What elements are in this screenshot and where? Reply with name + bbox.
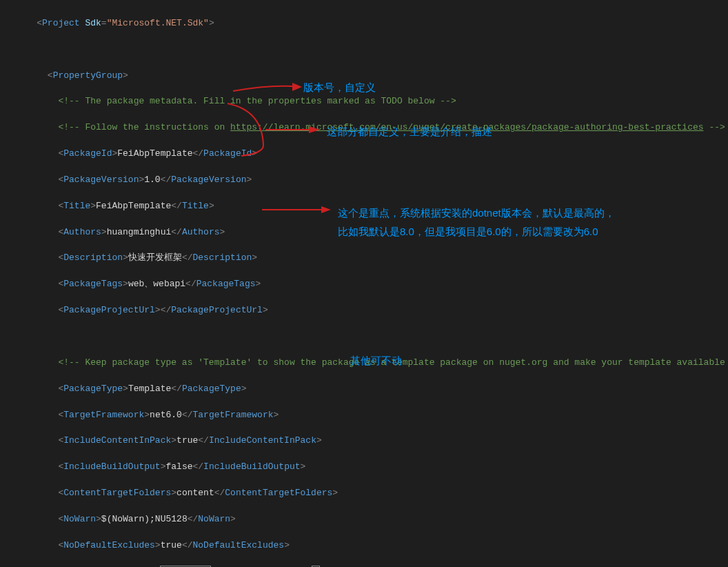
val-ctf: content [176, 488, 214, 498]
val-incbuild: false [165, 461, 192, 472]
val-packageid: FeiAbpTemplate [117, 148, 192, 159]
val-packagetype: Template [128, 384, 171, 394]
val-packageversion: 1.0 [144, 175, 160, 185]
code-editor[interactable]: <Project Sdk="Microsoft.NET.Sdk"> <Prope… [0, 0, 728, 567]
val-description: 快速开发框架 [128, 252, 182, 263]
annotation-targetframework: 这个是重点，系统根据安装的dotnet版本会，默认是最高的，比如我默认是8.0，… [338, 203, 615, 241]
annotation-version: 版本号，自定义 [303, 80, 376, 95]
annotation-customize: 这部分都自定义，主要是介绍，描述 [327, 124, 492, 139]
val-title: FeiAbpTemplate [96, 201, 171, 211]
val-targetframework: net6.0 [150, 410, 182, 420]
svg-marker-1 [309, 126, 320, 133]
val-nodefex: true [161, 540, 182, 550]
arrow-icon [233, 83, 302, 97]
val-authors: huangminghui [107, 227, 172, 237]
val-packagetags: web、webapi [128, 279, 185, 289]
val-nowarn: $(NoWarn);NU5128 [101, 514, 188, 524]
annotation-others: 其他可不动 [350, 353, 402, 368]
val-incpack: true [176, 435, 198, 446]
arrow-icon [262, 204, 331, 217]
arrow-icon [228, 103, 321, 159]
svg-marker-0 [292, 83, 302, 91]
attr-sdk: Microsoft.NET.Sdk [112, 18, 203, 28]
svg-marker-2 [321, 206, 331, 213]
